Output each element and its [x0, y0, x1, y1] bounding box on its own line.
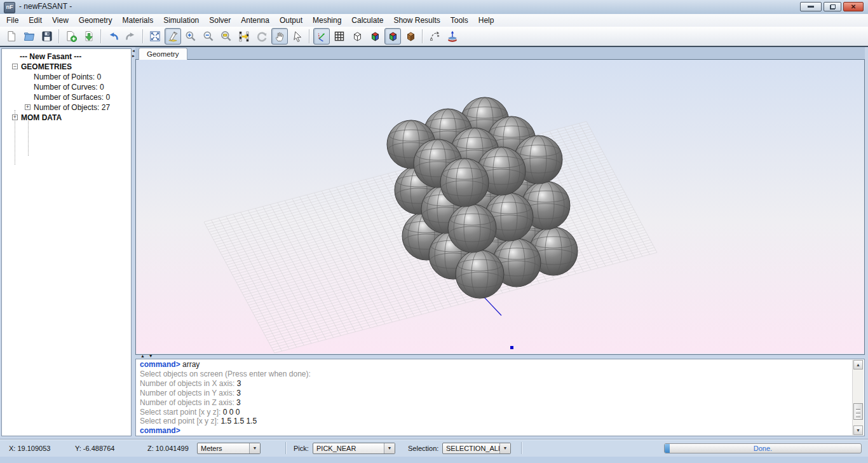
- tab-geometry[interactable]: Geometry: [139, 48, 187, 60]
- tree-item-number-of-points-0[interactable]: Number of Points: 0: [2, 72, 131, 82]
- menu-item-materials[interactable]: Materials: [118, 14, 159, 27]
- console-command-line[interactable]: command>: [140, 426, 851, 435]
- menu-item-solver[interactable]: Solver: [204, 14, 236, 27]
- antenna-tool-button[interactable]: [444, 28, 461, 45]
- redo-icon: [125, 30, 137, 43]
- toolbar-separator: [422, 29, 423, 43]
- scroll-up-icon[interactable]: ▲: [853, 360, 863, 370]
- app-icon: nF: [4, 2, 15, 13]
- rotate-view-button[interactable]: [254, 28, 270, 45]
- menu-item-tools[interactable]: Tools: [445, 14, 473, 27]
- coordinate-z: Z: 10.041499: [147, 445, 189, 452]
- select-cursor-button[interactable]: [289, 28, 306, 45]
- solid-mode-button[interactable]: [384, 28, 401, 45]
- menu-item-geometry[interactable]: Geometry: [74, 14, 118, 27]
- viewport-3d[interactable]: [135, 60, 865, 355]
- menu-item-view[interactable]: View: [47, 14, 74, 27]
- fit-view-button[interactable]: [147, 28, 163, 45]
- coordinate-y: Y: -6.488764: [75, 445, 114, 452]
- undo-button[interactable]: [105, 28, 121, 45]
- zoom-window-icon: [220, 30, 233, 43]
- minimize-icon: [808, 6, 814, 8]
- open-file-button[interactable]: [21, 28, 37, 45]
- toolbar-separator: [142, 29, 144, 43]
- tree-item-label: GEOMETRIES: [21, 62, 72, 71]
- statusbar-separator: [285, 442, 287, 454]
- menu-item-help[interactable]: Help: [473, 14, 499, 27]
- import-geometry-button[interactable]: [81, 28, 97, 45]
- tree-item-root[interactable]: --- New Fasant ---: [2, 52, 131, 62]
- close-button[interactable]: ✕: [843, 2, 864, 11]
- rotate-geometry-button[interactable]: [426, 28, 443, 45]
- restore-button[interactable]: [824, 2, 841, 11]
- pan-view-button[interactable]: [271, 28, 288, 45]
- toolbar-separator: [309, 29, 310, 43]
- show-grid-button[interactable]: [331, 28, 348, 45]
- perspective-view-icon: [166, 30, 179, 43]
- tree-item-number-of-surfaces-0[interactable]: Number of Surfaces: 0: [2, 92, 131, 102]
- splitter-arrows-icon: ▲ ▼: [140, 354, 154, 358]
- menu-item-antenna[interactable]: Antenna: [236, 14, 275, 27]
- expand-toggle-icon[interactable]: +: [12, 114, 18, 120]
- tree-item-number-of-curves-0[interactable]: Number of Curves: 0: [2, 82, 131, 92]
- menu-item-simulation[interactable]: Simulation: [158, 14, 204, 27]
- menu-item-show-results[interactable]: Show Results: [388, 14, 445, 27]
- menu-item-edit[interactable]: Edit: [24, 14, 47, 27]
- tree-item-label: Number of Objects: 27: [34, 103, 110, 112]
- textured-mode-button[interactable]: [402, 28, 419, 45]
- viewport-canvas[interactable]: [136, 60, 864, 354]
- pick-dropdown[interactable]: PICK_NEAR ▼: [313, 443, 395, 454]
- wireframe-mode-button[interactable]: [349, 28, 365, 45]
- perspective-view-button[interactable]: [165, 28, 181, 45]
- sphere-object[interactable]: [456, 250, 504, 298]
- close-icon: ✕: [851, 4, 856, 10]
- tree-item-number-of-objects-27[interactable]: +Number of Objects: 27: [2, 102, 131, 113]
- zoom-in-button[interactable]: [182, 28, 199, 45]
- flat-shaded-mode-button[interactable]: [367, 28, 383, 45]
- tree-item-mom-data[interactable]: +MOM DATA: [2, 113, 131, 123]
- menu-item-meshing[interactable]: Meshing: [308, 14, 346, 27]
- workspace: --- New Fasant ---−GEOMETRIESNumber of P…: [0, 47, 868, 439]
- swap-visibility-button[interactable]: [236, 28, 252, 45]
- window-frame: [0, 457, 868, 463]
- zoom-window-button[interactable]: [218, 28, 234, 45]
- wireframe-mode-icon: [351, 30, 363, 43]
- fit-view-icon: [149, 30, 161, 43]
- show-axes-button[interactable]: [313, 28, 330, 45]
- minimize-button[interactable]: [800, 2, 822, 11]
- save-file-button[interactable]: [39, 28, 55, 45]
- project-tree-panel: --- New Fasant ---−GEOMETRIESNumber of P…: [1, 48, 132, 436]
- scrollbar-thumb[interactable]: [853, 403, 863, 420]
- new-geometry-icon: [65, 30, 78, 43]
- units-dropdown[interactable]: Meters ▼: [197, 443, 261, 454]
- redo-button[interactable]: [123, 28, 139, 45]
- console-command-line[interactable]: command> array: [140, 360, 851, 370]
- sphere-object[interactable]: [440, 158, 489, 207]
- console-output-line: Number of objects in X axis: 3: [140, 379, 851, 389]
- rotate-geometry-icon: [428, 30, 441, 43]
- scroll-down-icon[interactable]: ▼: [853, 425, 863, 435]
- undo-icon: [107, 30, 119, 43]
- tree-item-geometries[interactable]: −GEOMETRIES: [2, 62, 131, 72]
- toolbar: [0, 27, 868, 46]
- menu-item-output[interactable]: Output: [275, 14, 308, 27]
- new-geometry-button[interactable]: [63, 28, 79, 45]
- antenna-tool-icon: [446, 30, 459, 43]
- menu-item-calculate[interactable]: Calculate: [346, 14, 388, 27]
- new-file-button[interactable]: [3, 28, 20, 45]
- swap-visibility-icon: [238, 30, 250, 43]
- command-console[interactable]: command> arraySelect objects on screen (…: [135, 359, 865, 436]
- sphere-object[interactable]: [448, 204, 496, 252]
- selection-dropdown[interactable]: SELECTION_ALL ▼: [442, 443, 511, 454]
- flat-shaded-mode-icon: [369, 30, 381, 43]
- expand-toggle-icon[interactable]: −: [12, 64, 18, 69]
- show-axes-icon: [315, 30, 328, 43]
- console-value: 1.5 1.5 1.5: [220, 417, 257, 425]
- console-scrollbar[interactable]: ▲ ▼: [852, 360, 864, 435]
- menu-item-file[interactable]: File: [1, 14, 24, 27]
- zoom-out-button[interactable]: [200, 28, 217, 45]
- import-geometry-icon: [83, 30, 95, 43]
- expand-toggle-icon[interactable]: +: [25, 104, 31, 110]
- toolbar-separator: [100, 29, 102, 43]
- chevron-down-icon: ▼: [249, 443, 260, 453]
